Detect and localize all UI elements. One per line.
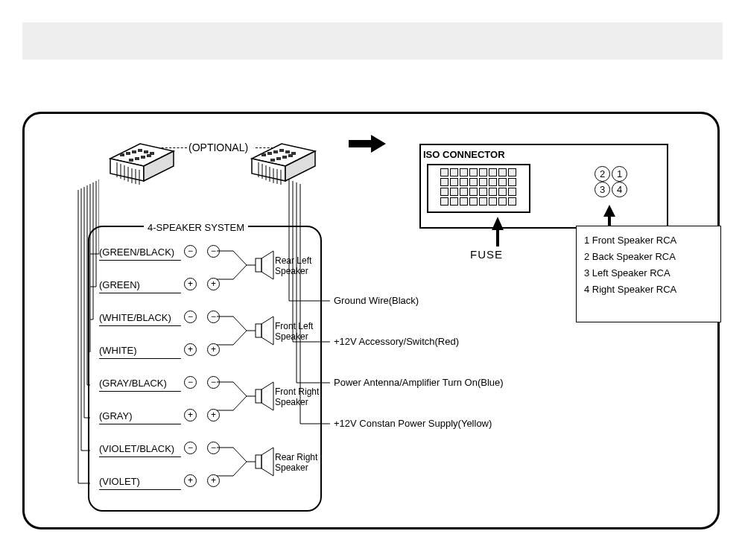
- power-wire-constant: +12V Constan Power Supply(Yellow): [334, 418, 492, 429]
- svg-rect-40: [349, 140, 371, 147]
- power-wire-acc: +12V Accessory/Switch(Red): [334, 336, 459, 347]
- iso-connector-title: ISO CONNECTOR: [423, 149, 505, 160]
- svg-rect-14: [144, 150, 148, 153]
- svg-marker-64: [261, 382, 273, 410]
- rca-legend-2: 2 Back Speaker RCA: [584, 249, 713, 265]
- connector-right-icon: [248, 133, 319, 185]
- polarity-icon: +: [184, 278, 197, 290]
- svg-line-47: [233, 265, 247, 279]
- svg-rect-31: [267, 152, 272, 155]
- fuse-label: FUSE: [470, 248, 503, 261]
- rca-circle-4: 4: [612, 182, 627, 197]
- wire-color-label: (GRAY): [99, 410, 181, 424]
- rca-circle-1: 1: [612, 166, 627, 182]
- polarity-icon: +: [184, 474, 197, 487]
- svg-line-60: [233, 382, 247, 396]
- svg-rect-37: [276, 157, 281, 160]
- speaker-icon: [217, 308, 276, 352]
- svg-line-68: [233, 462, 247, 476]
- wire-color-label: (GREEN/BLACK): [99, 246, 181, 261]
- svg-marker-57: [261, 316, 273, 345]
- speaker-system-title: 4-SPEAKER SYSTEM: [144, 222, 248, 233]
- power-wire-antenna: Power Antenna/Amplifier Turn On(Blue): [334, 377, 504, 388]
- connector-left-icon: [107, 133, 177, 185]
- fuse-arrow-icon: [490, 217, 505, 246]
- svg-line-54: [233, 331, 247, 345]
- svg-line-46: [233, 251, 247, 265]
- svg-rect-63: [256, 389, 261, 403]
- svg-marker-43: [603, 205, 615, 226]
- wire-color-label: (WHITE/BLACK): [99, 312, 181, 326]
- wire-color-label: (VIOLET): [99, 476, 181, 490]
- polarity-icon: −: [184, 376, 197, 389]
- power-wire-bus: [274, 179, 349, 448]
- svg-rect-70: [256, 455, 261, 468]
- svg-marker-71: [261, 448, 273, 476]
- svg-rect-56: [256, 324, 261, 337]
- rca-circle-group: 2 1 3 4: [595, 166, 627, 197]
- wire-color-label: (WHITE): [99, 345, 181, 359]
- svg-rect-12: [132, 150, 136, 153]
- header-bar: [22, 22, 723, 60]
- wire-bus-left: [54, 179, 99, 500]
- rca-circle-2: 2: [595, 166, 610, 182]
- svg-rect-34: [285, 150, 290, 153]
- svg-rect-39: [288, 154, 293, 157]
- polarity-icon: −: [184, 245, 197, 258]
- rca-arrow-icon: [602, 205, 617, 226]
- svg-rect-17: [135, 157, 139, 160]
- polarity-icon: −: [184, 311, 197, 323]
- svg-rect-16: [129, 159, 133, 162]
- power-wire-ground: Ground Wire(Black): [334, 295, 419, 306]
- main-diagram-frame: (OPTIONAL): [22, 112, 720, 529]
- svg-rect-30: [261, 153, 266, 156]
- svg-rect-13: [138, 149, 142, 152]
- speaker-icon: [217, 242, 276, 287]
- svg-line-61: [233, 396, 247, 410]
- svg-rect-36: [270, 159, 275, 162]
- svg-rect-38: [282, 156, 287, 159]
- rca-legend-1: 1 Front Speaker RCA: [584, 232, 713, 249]
- wire-color-label: (VIOLET/BLACK): [99, 443, 181, 457]
- rca-legend-3: 3 Left Speaker RCA: [584, 265, 713, 281]
- svg-marker-50: [261, 251, 273, 279]
- polarity-icon: −: [184, 442, 197, 454]
- speaker-name-label: Rear RightSpeaker: [275, 452, 317, 473]
- speaker-icon: [217, 373, 276, 418]
- svg-rect-33: [279, 149, 284, 152]
- polarity-icon: +: [184, 409, 197, 421]
- wire-color-label: (GREEN): [99, 279, 181, 293]
- svg-marker-42: [492, 217, 504, 246]
- svg-rect-19: [147, 154, 151, 157]
- rca-legend-box: 1 Front Speaker RCA 2 Back Speaker RCA 3…: [576, 226, 721, 322]
- svg-rect-11: [126, 152, 130, 155]
- speaker-icon: [217, 439, 276, 483]
- svg-rect-18: [141, 156, 145, 159]
- wire-color-label: (GRAY/BLACK): [99, 378, 181, 392]
- arrow-right-icon: [345, 133, 390, 155]
- polarity-icon: +: [184, 343, 197, 356]
- wire-row: (VIOLET)++: [99, 476, 315, 490]
- svg-line-67: [233, 448, 247, 462]
- svg-line-53: [233, 316, 247, 331]
- optional-label: (OPTIONAL): [188, 141, 248, 153]
- rca-legend-4: 4 Right Speaker RCA: [584, 281, 713, 298]
- svg-rect-32: [273, 150, 278, 153]
- svg-marker-41: [371, 135, 386, 153]
- svg-rect-49: [256, 258, 261, 272]
- rca-circle-3: 3: [595, 182, 610, 197]
- iso-pin-grid: [440, 168, 516, 206]
- svg-rect-10: [120, 153, 124, 156]
